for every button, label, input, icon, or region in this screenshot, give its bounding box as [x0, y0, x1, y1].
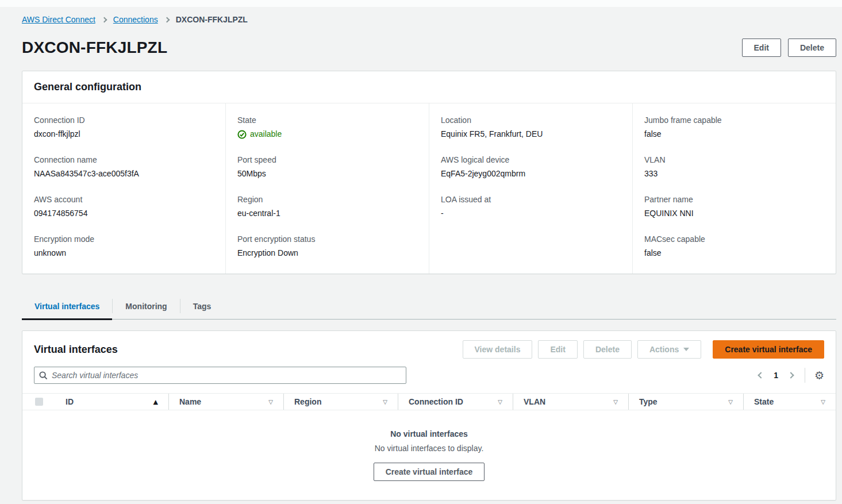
edit-vif-button[interactable]: Edit — [538, 340, 577, 359]
column-header-state[interactable]: State ▽ — [743, 394, 836, 410]
field-port-encryption-status: Port encryption status Encryption Down — [237, 234, 417, 259]
field-connection-name: Connection name NAASa843547c3-ace005f3fA — [34, 155, 214, 179]
breadcrumb-aws-direct-connect[interactable]: AWS Direct Connect — [22, 15, 95, 24]
breadcrumb: AWS Direct Connect Connections DXCON-FFK… — [22, 13, 836, 26]
field-port-speed: Port speed 50Mbps — [237, 155, 417, 179]
field-value: Equinix FR5, Frankfurt, DEU — [441, 129, 621, 140]
field-partner-name: Partner name EQUINIX NNI — [644, 194, 824, 219]
column-label: State — [754, 397, 774, 406]
field-label: Jumbo frame capable — [644, 115, 824, 126]
chevron-right-icon — [787, 372, 794, 378]
field-region: Region eu-central-1 — [237, 194, 417, 219]
field-aws-account: AWS account 094174856754 — [34, 194, 214, 219]
delete-connection-button[interactable]: Delete — [788, 39, 836, 57]
chevron-left-icon — [758, 372, 764, 378]
view-details-button[interactable]: View details — [463, 340, 533, 359]
field-label: Region — [237, 194, 417, 205]
field-label: LOA issued at — [441, 194, 621, 205]
column-header-connection-id[interactable]: Connection ID ▽ — [398, 394, 513, 410]
general-column-3: Location Equinix FR5, Frankfurt, DEU AWS… — [429, 103, 632, 274]
empty-state: No virtual interfaces No virtual interfa… — [22, 410, 836, 500]
field-label: State — [237, 115, 417, 126]
breadcrumb-separator-icon — [101, 17, 107, 22]
next-page-button[interactable] — [786, 371, 795, 380]
field-label: MACsec capable — [644, 234, 824, 245]
general-configuration-panel: General configuration Connection ID dxco… — [22, 71, 836, 274]
field-value: 333 — [644, 168, 824, 179]
field-encryption-mode: Encryption mode unknown — [34, 234, 214, 259]
column-header-name[interactable]: Name ▽ — [168, 394, 283, 410]
field-value: eu-central-1 — [237, 208, 417, 219]
table-settings-gear-icon[interactable]: ⚙ — [814, 370, 824, 381]
tab-virtual-interfaces[interactable]: Virtual interfaces — [22, 293, 112, 319]
general-column-2: State available Port speed 50Mbps — [225, 103, 429, 274]
column-label: ID — [66, 397, 74, 406]
breadcrumb-separator-icon — [164, 17, 170, 22]
field-value: 50Mbps — [237, 168, 417, 179]
table-header-row: ID ▲ Name ▽ Region ▽ Connection ID ▽ VLA… — [22, 393, 836, 410]
field-value: NAASa843547c3-ace005f3fA — [34, 168, 214, 179]
create-virtual-interface-button[interactable]: Create virtual interface — [713, 340, 824, 359]
delete-vif-button[interactable]: Delete — [583, 340, 632, 359]
sort-icon: ▽ — [613, 399, 618, 405]
virtual-interfaces-panel: Virtual interfaces View details Edit Del… — [22, 330, 836, 501]
state-value: available — [250, 129, 282, 140]
field-macsec-capable: MACsec capable false — [644, 234, 824, 259]
empty-state-message: No virtual interfaces to display. — [22, 444, 836, 453]
empty-create-virtual-interface-button[interactable]: Create virtual interface — [374, 463, 485, 481]
search-input[interactable] — [52, 371, 401, 380]
field-label: AWS account — [34, 194, 214, 205]
search-icon — [39, 371, 48, 380]
field-value: EqFA5-2jeyg002qmbrm — [441, 168, 621, 179]
sort-icon: ▽ — [728, 399, 733, 405]
general-configuration-title: General configuration — [34, 81, 824, 93]
success-check-icon — [237, 130, 247, 139]
field-value: - — [441, 208, 621, 219]
field-state: State available — [237, 115, 417, 140]
column-header-region[interactable]: Region ▽ — [283, 394, 398, 410]
sort-icon: ▽ — [498, 399, 502, 405]
actions-label: Actions — [649, 345, 679, 354]
sort-ascending-icon: ▲ — [153, 398, 158, 406]
field-location: Location Equinix FR5, Frankfurt, DEU — [441, 115, 621, 140]
tab-monitoring[interactable]: Monitoring — [113, 293, 179, 319]
column-label: Connection ID — [409, 397, 463, 406]
field-label: Connection name — [34, 155, 214, 166]
field-label: VLAN — [644, 155, 824, 166]
pagination-divider — [805, 368, 805, 383]
previous-page-button[interactable] — [756, 371, 766, 380]
tab-tags[interactable]: Tags — [180, 293, 224, 319]
field-loa-issued-at: LOA issued at - — [441, 194, 621, 219]
field-label: Port speed — [237, 155, 417, 166]
general-column-1: Connection ID dxcon-ffkjlpzl Connection … — [22, 103, 225, 274]
field-label: AWS logical device — [441, 155, 621, 166]
edit-connection-button[interactable]: Edit — [742, 39, 781, 57]
checkbox-icon — [35, 398, 43, 406]
current-page-number[interactable]: 1 — [774, 371, 778, 380]
field-vlan: VLAN 333 — [644, 155, 824, 179]
sort-icon: ▽ — [383, 399, 387, 405]
field-value: EQUINIX NNI — [644, 208, 824, 219]
actions-dropdown-button[interactable]: Actions — [637, 340, 701, 359]
tab-bar: Virtual interfaces Monitoring Tags — [22, 293, 836, 320]
page-header: DXCON-FFKJLPZL Edit Delete — [22, 39, 836, 57]
field-value: false — [644, 248, 824, 259]
table-toolbar: 1 ⚙ — [22, 367, 836, 393]
column-header-vlan[interactable]: VLAN ▽ — [513, 394, 628, 410]
general-column-4: Jumbo frame capable false VLAN 333 Partn… — [632, 103, 836, 274]
breadcrumb-current: DXCON-FFKJLPZL — [176, 15, 248, 24]
chevron-down-icon — [683, 348, 689, 351]
field-value: false — [644, 129, 824, 140]
aws-direct-connect-page: AWS Direct Connect Connections DXCON-FFK… — [0, 0, 842, 504]
page-title: DXCON-FFKJLPZL — [22, 39, 167, 57]
column-header-type[interactable]: Type ▽ — [628, 394, 743, 410]
breadcrumb-connections[interactable]: Connections — [113, 15, 158, 24]
empty-state-title: No virtual interfaces — [22, 429, 836, 438]
general-configuration-header: General configuration — [22, 71, 836, 103]
field-value: 094174856754 — [34, 208, 214, 219]
column-header-id[interactable]: ID ▲ — [55, 394, 168, 410]
column-label: Name — [179, 397, 201, 406]
select-all-checkbox[interactable] — [22, 394, 55, 410]
sort-icon: ▽ — [821, 399, 825, 405]
field-label: Location — [441, 115, 621, 126]
